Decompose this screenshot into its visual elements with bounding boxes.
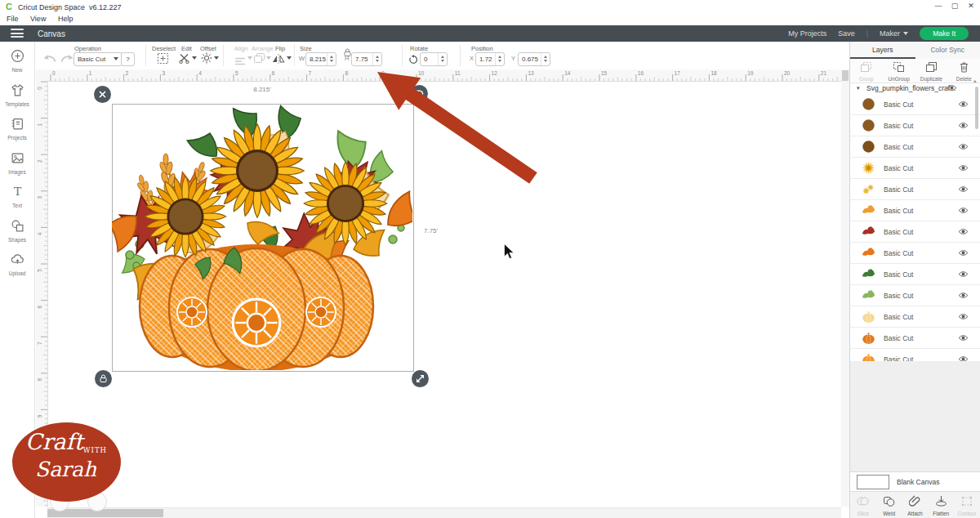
visibility-eye-icon[interactable]: [958, 313, 969, 320]
layer-row[interactable]: Basic Cut: [850, 158, 980, 179]
visibility-eye-icon[interactable]: [958, 100, 969, 108]
visibility-eye-icon[interactable]: [958, 292, 969, 299]
ungroup-button[interactable]: UnGroup: [883, 59, 915, 83]
tab-layers[interactable]: Layers: [850, 42, 915, 59]
maximize-button[interactable]: ▢: [949, 2, 960, 10]
my-projects-link[interactable]: My Projects: [788, 29, 826, 38]
layers-scrollbar-thumb[interactable]: [975, 87, 978, 129]
layer-row[interactable]: Basic Cut: [850, 264, 980, 285]
offset-dropdown-caret[interactable]: [214, 56, 219, 60]
group-collapse-caret-icon[interactable]: ▾: [857, 85, 860, 92]
deselect-icon[interactable]: [158, 52, 168, 67]
group-button: Group: [850, 59, 883, 83]
visibility-eye-icon[interactable]: [958, 185, 969, 193]
tab-color-sync[interactable]: Color Sync: [915, 42, 980, 59]
make-it-button[interactable]: Make It: [920, 27, 969, 40]
offset-icon[interactable]: [201, 52, 212, 67]
sidebar-item-templates[interactable]: Templates: [0, 83, 34, 107]
layer-row[interactable]: Basic Cut: [850, 179, 980, 200]
visibility-eye-icon[interactable]: [958, 249, 969, 257]
layer-row[interactable]: Basic Cut: [850, 115, 980, 136]
width-input[interactable]: 8.215: [305, 52, 336, 66]
layer-row[interactable]: Basic Cut: [850, 221, 980, 243]
sidebar-item-upload[interactable]: Upload: [0, 252, 34, 276]
x-position-input[interactable]: 1.72: [475, 52, 505, 66]
rotate-stepper[interactable]: [438, 53, 447, 65]
layer-row[interactable]: Basic Cut: [850, 328, 980, 349]
operation-help-button[interactable]: ?: [121, 52, 135, 66]
visibility-eye-icon[interactable]: [958, 164, 969, 172]
sidebar-item-projects[interactable]: Projects: [0, 117, 34, 141]
layers-scrollbar[interactable]: ▴: [975, 84, 979, 360]
layer-row[interactable]: Basic Cut: [850, 200, 980, 221]
width-stepper[interactable]: [327, 53, 336, 65]
flatten-button[interactable]: Flatten: [928, 492, 954, 518]
y-stepper[interactable]: [541, 53, 550, 65]
vertical-scrollbar[interactable]: [841, 69, 849, 507]
operation-select[interactable]: Basic Cut: [74, 52, 122, 66]
layer-row[interactable]: Basic Cut: [850, 136, 980, 158]
attach-button[interactable]: Attach: [902, 492, 929, 518]
redo-icon[interactable]: [60, 51, 74, 66]
sidebar-item-shapes[interactable]: Shapes: [0, 219, 34, 243]
visibility-eye-icon[interactable]: [958, 334, 969, 342]
group-visibility-eye-icon[interactable]: [947, 84, 957, 93]
layer-list: Basic CutBasic CutBasic CutBasic CutBasi…: [850, 94, 980, 370]
undo-icon[interactable]: [42, 51, 56, 66]
duplicate-button[interactable]: Duplicate: [915, 59, 948, 83]
selection-close-handle[interactable]: [94, 86, 111, 103]
flatten-icon: [935, 495, 947, 509]
selection-rotate-handle[interactable]: [411, 85, 428, 102]
menu-file[interactable]: File: [7, 15, 19, 23]
canvas-color-swatch[interactable]: [857, 475, 889, 489]
align-icon: [235, 54, 245, 69]
rotate-icon[interactable]: [408, 53, 418, 68]
layer-row[interactable]: Basic Cut: [850, 285, 980, 306]
weld-button[interactable]: Weld: [876, 492, 902, 518]
design-artwork[interactable]: [112, 104, 412, 370]
hamburger-menu-icon[interactable]: [11, 29, 24, 38]
layer-row[interactable]: Basic Cut: [850, 306, 980, 328]
arrange-label: Arrange: [252, 45, 274, 52]
horizontal-scrollbar-thumb[interactable]: [47, 509, 163, 517]
minimize-button[interactable]: —: [933, 2, 944, 10]
vertical-scrollbar-thumb[interactable]: [842, 70, 849, 81]
sidebar-item-images[interactable]: Images: [0, 151, 34, 175]
height-input[interactable]: 7.75: [351, 52, 382, 66]
weld-icon: [883, 495, 895, 509]
rotate-input[interactable]: 0: [420, 52, 448, 66]
group-icon: [860, 61, 872, 75]
visibility-eye-icon[interactable]: [958, 207, 969, 214]
flip-icon[interactable]: [272, 52, 285, 67]
toolbar-divider: [294, 45, 295, 66]
y-position-input[interactable]: 0.675: [518, 52, 550, 66]
layer-group-header[interactable]: ▾ Svg_pumpkin_flowers_craf...: [850, 83, 980, 94]
action-label: Slice: [850, 511, 876, 516]
x-stepper[interactable]: [495, 53, 504, 65]
visibility-eye-icon[interactable]: [958, 122, 969, 129]
horizontal-scrollbar[interactable]: [47, 507, 841, 518]
close-button[interactable]: ✕: [965, 2, 977, 10]
flip-dropdown-caret[interactable]: [287, 56, 292, 60]
save-link[interactable]: Save: [838, 29, 855, 38]
layer-row[interactable]: Basic Cut: [850, 94, 980, 115]
scroll-up-icon[interactable]: ▴: [973, 78, 977, 84]
sidebar-item-label: Images: [0, 169, 34, 175]
height-stepper[interactable]: [372, 53, 381, 65]
sidebar-item-new[interactable]: New: [0, 49, 34, 73]
toolbar-divider: [402, 45, 403, 66]
visibility-eye-icon[interactable]: [958, 143, 969, 150]
selection-resize-handle[interactable]: [412, 370, 429, 387]
layer-thumbnail: [862, 140, 875, 154]
visibility-eye-icon[interactable]: [958, 270, 969, 278]
visibility-eye-icon[interactable]: [958, 228, 969, 235]
menu-help[interactable]: Help: [58, 15, 74, 23]
edit-scissors-icon[interactable]: [179, 52, 189, 67]
edit-dropdown-caret[interactable]: [192, 56, 197, 60]
new-icon: [11, 51, 24, 65]
selection-lock-handle[interactable]: [95, 370, 112, 387]
sidebar-item-text[interactable]: TText: [0, 185, 34, 208]
layer-row[interactable]: Basic Cut: [850, 243, 980, 264]
menu-view[interactable]: View: [30, 15, 46, 23]
machine-select[interactable]: Maker: [880, 29, 908, 38]
